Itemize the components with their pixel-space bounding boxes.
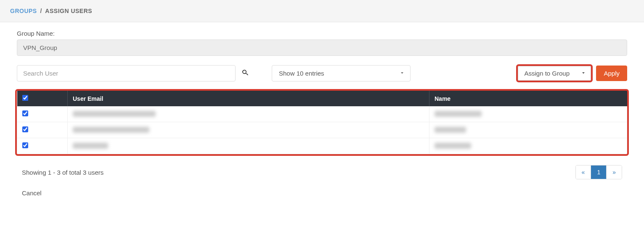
row-checkbox-cell (17, 106, 68, 122)
breadcrumb-current: ASSIGN USERS (45, 8, 92, 14)
row-name: ████████████ (435, 111, 482, 117)
assign-label: Assign to Group (524, 70, 570, 77)
chevron-down-icon (580, 70, 586, 77)
page-1-button[interactable]: 1 (591, 165, 607, 179)
entries-label: Show 10 entries (279, 70, 324, 77)
row-email-cell: ████████████████████ (68, 138, 429, 154)
table-row: ████████████████████████████████ (17, 138, 627, 154)
page-prev-button[interactable]: « (576, 165, 591, 179)
row-email-cell: ████████████████████ (68, 106, 429, 122)
assign-select[interactable]: Assign to Group (518, 66, 591, 81)
breadcrumb-separator: / (39, 8, 44, 14)
select-all-checkbox[interactable] (22, 95, 28, 101)
breadcrumb: GROUPS / ASSIGN USERS (0, 0, 644, 22)
row-email: ████████████████████ (73, 111, 156, 117)
group-name-label: Group Name: (17, 30, 627, 37)
row-checkbox-cell (17, 138, 68, 154)
table-row: █████████████████████ (17, 122, 627, 138)
row-email: ███████████████ (73, 127, 149, 133)
page-next-button[interactable]: » (607, 165, 622, 179)
row-checkbox[interactable] (22, 126, 28, 132)
showing-text: Showing 1 - 3 of total 3 users (22, 169, 103, 176)
row-name-cell: ████████████ (429, 106, 627, 122)
search-icon[interactable] (241, 69, 249, 78)
row-checkbox-cell (17, 122, 68, 138)
row-email: ████████████████████ (73, 143, 108, 149)
row-checkbox[interactable] (22, 110, 28, 116)
header-select-all (17, 91, 68, 106)
header-name: Name (429, 91, 627, 106)
search-input[interactable] (17, 65, 236, 81)
table-row: ████████████████████████████████ (17, 106, 627, 122)
header-email: User Email (68, 91, 429, 106)
row-checkbox[interactable] (22, 142, 28, 148)
group-name-field[interactable] (17, 39, 627, 56)
chevron-down-icon (399, 70, 405, 77)
pagination: « 1 » (575, 165, 622, 179)
breadcrumb-link-groups[interactable]: GROUPS (10, 8, 37, 14)
users-table-container: User Email Name ████████████████████████… (17, 91, 627, 154)
entries-select[interactable]: Show 10 entries (272, 65, 411, 81)
row-name-cell: ████████████ (429, 138, 627, 154)
row-name-cell: ██████ (429, 122, 627, 138)
row-name: ██████ (435, 127, 466, 133)
apply-button[interactable]: Apply (596, 66, 627, 81)
cancel-link[interactable]: Cancel (17, 189, 42, 197)
users-table: User Email Name ████████████████████████… (17, 91, 627, 154)
row-name: ████████████ (435, 143, 471, 149)
row-email-cell: ███████████████ (68, 122, 429, 138)
